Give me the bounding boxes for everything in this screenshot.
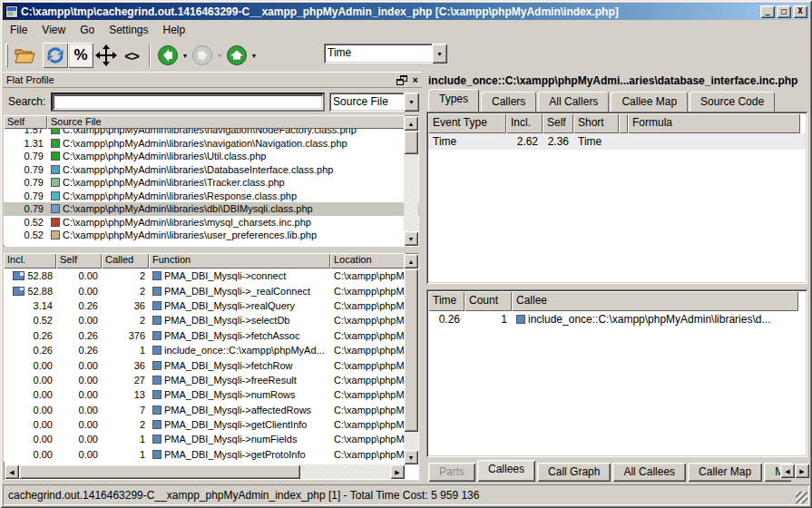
column-header[interactable]: Source File — [47, 115, 405, 129]
grouping-combobox[interactable]: Source File ▼ — [329, 93, 419, 112]
scrollbar-thumb[interactable] — [19, 464, 300, 479]
toolbar-handle[interactable] — [5, 44, 8, 67]
table-row[interactable]: 0.000.001PMA_DBI_Mysqli->getProtoInfoC:\… — [4, 447, 419, 462]
column-header[interactable]: Formula — [628, 113, 800, 133]
up-button[interactable] — [224, 43, 249, 68]
menu-item-help[interactable]: Help — [156, 22, 193, 38]
app-icon — [5, 5, 18, 18]
dock-header[interactable]: Flat Profile × — [3, 72, 422, 88]
angle-brackets-icon: <> — [124, 48, 139, 64]
table-row[interactable]: 0.79C:\xampp\phpMyAdmin\libraries\Util.c… — [4, 150, 419, 163]
source-list-vscrollbar[interactable]: ▲ ▼ — [404, 116, 418, 246]
table-row[interactable]: 0.52C:\xampp\phpMyAdmin\libraries\mysql_… — [4, 216, 419, 230]
column-header[interactable]: Count — [465, 291, 512, 311]
file-path: C:\xampp\phpMyAdmin\libraries\navigation… — [63, 138, 347, 149]
table-row[interactable]: 0.260.26376PMA_DBI_Mysqli->fetchAssocC:\… — [4, 328, 419, 343]
table-row[interactable]: 0.79C:\xampp\phpMyAdmin\libraries\dbi\DB… — [4, 202, 419, 216]
table-row[interactable]: 3.140.2636PMA_DBI_Mysqli->realQueryC:\xa… — [4, 298, 419, 313]
column-header[interactable]: Incl. — [4, 253, 56, 269]
maximize-button[interactable]: □ — [777, 5, 791, 18]
tab-all-callees[interactable]: All Callees — [612, 463, 686, 482]
column-header[interactable]: Callee — [512, 291, 798, 311]
table-row[interactable]: 1.57C:\xampp\phpMyAdmin\libraries\naviga… — [4, 129, 419, 137]
combobox-dropdown-button[interactable]: ▼ — [404, 93, 419, 112]
table-row[interactable]: 0.000.0036PMA_DBI_Mysqli->fetchRowC:\xam… — [4, 357, 419, 372]
tab-types[interactable]: Types — [428, 89, 479, 112]
selected-function-title: include_once::C:\xampp\phpMyAdmi...aries… — [428, 74, 806, 88]
relative-cost-button[interactable] — [93, 43, 119, 68]
table-row[interactable]: 0.79C:\xampp\phpMyAdmin\libraries\Respon… — [4, 190, 419, 203]
percent-toggle-button[interactable]: % — [68, 43, 93, 68]
incl-cell: 0.00 — [4, 360, 56, 371]
function-list-body: 52.880.002PMA_DBI_Mysqli->connectC:\xamp… — [4, 269, 419, 462]
resize-grip[interactable] — [796, 492, 807, 503]
tab-source-code[interactable]: Source Code — [690, 92, 775, 112]
table-row[interactable]: 0.261include_once::C:\xampp\phpMyAdmin\l… — [428, 311, 806, 327]
table-row[interactable]: 0.79C:\xampp\phpMyAdmin\libraries\Tracke… — [4, 176, 419, 190]
column-header[interactable]: Short — [573, 113, 619, 133]
table-row[interactable]: 0.000.002PMA_DBI_Mysqli->getClientInfoC:… — [4, 417, 419, 432]
callee-name: include_once::C:\xampp\phpMyAdmin\librar… — [528, 313, 770, 326]
column-header[interactable]: Incl. — [506, 113, 543, 133]
self-cell: 0.79 — [4, 190, 47, 201]
float-dock-icon[interactable] — [396, 75, 407, 85]
table-row[interactable]: 52.880.002PMA_DBI_Mysqli->_realConnectC:… — [4, 283, 419, 298]
table-row[interactable]: 0.000.001PMA_DBI_Mysqli->numFieldsC:\xam… — [4, 432, 419, 446]
table-row[interactable]: 0.260.261include_once::C:\xampp\phpMyAd.… — [4, 343, 419, 357]
called-cell: 2 — [102, 419, 149, 430]
tab-scroll-right-button[interactable]: ▶ — [795, 464, 809, 478]
cost-bar-icon — [13, 271, 24, 280]
table-row[interactable]: 0.520.002PMA_DBI_Mysqli->selectDbC:\xamp… — [4, 313, 419, 327]
column-header[interactable]: Event Type — [428, 113, 506, 133]
shorten-templates-button[interactable]: <> — [119, 43, 144, 68]
function-list-vscrollbar[interactable]: ▲ ▼ — [404, 254, 418, 464]
table-row[interactable]: Time2.622.36Time — [428, 133, 806, 150]
tab-callers[interactable]: Callers — [481, 92, 536, 112]
table-row[interactable]: 0.000.0013PMA_DBI_Mysqli->numRowsC:\xamp… — [4, 387, 419, 402]
column-header[interactable]: Time — [428, 291, 465, 311]
minimize-button[interactable]: _ — [760, 5, 775, 18]
function-list-hscrollbar[interactable]: ◀ ▶ — [5, 464, 405, 479]
tab-call-graph[interactable]: Call Graph — [537, 463, 611, 482]
column-header-spacer[interactable] — [619, 113, 628, 133]
column-header[interactable]: Location — [330, 253, 405, 269]
column-header[interactable]: Self — [56, 253, 102, 269]
open-file-button[interactable] — [12, 43, 37, 68]
tab-callees[interactable]: Callees — [477, 460, 535, 482]
menu-item-file[interactable]: File — [3, 22, 34, 38]
table-row[interactable]: 0.000.007PMA_DBI_Mysqli->affectedRowsC:\… — [4, 403, 419, 417]
combobox-dropdown-button[interactable]: ▼ — [432, 44, 447, 64]
scrollbar-thumb[interactable] — [404, 131, 418, 154]
search-input[interactable] — [51, 93, 325, 112]
tab-scroll-left-button[interactable]: ◀ — [780, 464, 795, 478]
menu-item-go[interactable]: Go — [73, 22, 102, 38]
title-bar[interactable]: C:\xampp\tmp\cachegrind.out.1416463299-C… — [3, 3, 809, 20]
back-button[interactable] — [155, 43, 181, 68]
column-header[interactable]: Self — [543, 113, 573, 133]
table-row[interactable]: 0.79C:\xampp\phpMyAdmin\libraries\Databa… — [4, 163, 419, 177]
tab-all-callers[interactable]: All Callers — [538, 92, 609, 112]
scrollbar-thumb[interactable] — [404, 269, 418, 432]
forward-dropdown[interactable]: ▼ — [215, 43, 224, 68]
column-header[interactable]: Self — [4, 115, 47, 129]
tab-caller-map[interactable]: Caller Map — [688, 463, 762, 482]
close-button[interactable]: X — [793, 5, 807, 18]
column-header[interactable]: Called — [102, 253, 149, 269]
table-row[interactable]: 1.31C:\xampp\phpMyAdmin\libraries\naviga… — [4, 137, 419, 151]
column-header[interactable]: Function — [149, 253, 330, 269]
called-cell: 13 — [102, 389, 149, 400]
forward-button[interactable] — [190, 43, 215, 68]
table-row[interactable]: 0.000.0027PMA_DBI_Mysqli->freeResultC:\x… — [4, 373, 419, 387]
table-row[interactable]: 52.880.002PMA_DBI_Mysqli->connectC:\xamp… — [4, 269, 419, 283]
tab-callee-map[interactable]: Callee Map — [611, 92, 688, 112]
event-type-combobox[interactable]: Time ▼ — [324, 44, 447, 64]
source-file-icon — [51, 204, 60, 213]
reload-button[interactable] — [43, 43, 68, 68]
source-file-icon — [51, 178, 60, 187]
menu-item-view[interactable]: View — [34, 22, 73, 38]
menu-item-settings[interactable]: Settings — [102, 22, 155, 38]
up-dropdown[interactable]: ▼ — [249, 43, 259, 68]
table-row[interactable]: 0.52C:\xampp\phpMyAdmin\libraries\user_p… — [4, 229, 419, 242]
back-dropdown[interactable]: ▼ — [181, 43, 190, 68]
dock-close-icon[interactable]: × — [413, 75, 418, 85]
